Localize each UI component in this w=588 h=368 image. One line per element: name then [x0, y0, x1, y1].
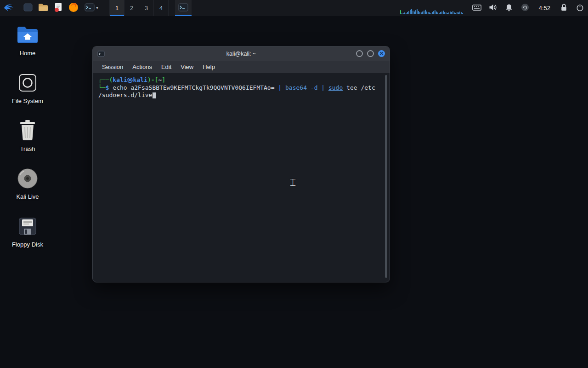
menu-actions[interactable]: Actions	[128, 62, 157, 72]
terminal-text-segment: |	[321, 84, 328, 91]
launcher-terminal[interactable]: ▾	[81, 0, 102, 16]
menu-help[interactable]: Help	[198, 62, 220, 72]
window-terminal-icon	[97, 51, 105, 57]
cpu-graph-bar	[415, 10, 416, 14]
status-circle-icon	[521, 3, 529, 13]
window-buttons	[175, 0, 192, 16]
launcher-files-app[interactable]	[20, 0, 35, 16]
cpu-graph-bar	[418, 11, 419, 14]
cpu-graph-bar	[457, 12, 458, 14]
terminal-scrollbar[interactable]	[385, 75, 387, 278]
launcher-firefox[interactable]	[66, 0, 81, 16]
terminal-line: └─$ echo a2FsaSBBTEw9KEFMTCkgTk9QQVNTV0Q…	[98, 84, 384, 92]
cpu-graph-bar	[444, 12, 445, 14]
terminal-menubar: Session Actions Edit View Help	[93, 61, 390, 73]
desktop-icon-floppy[interactable]: Floppy Disk	[6, 215, 50, 248]
chevron-down-icon: ▾	[96, 6, 98, 10]
text-editor-icon	[54, 2, 63, 14]
terminal-text-segment: |	[278, 84, 285, 91]
applications-menu-button[interactable]	[0, 0, 18, 16]
workspace-1[interactable]: 1	[110, 0, 124, 16]
terminal-text-segment: ┌──(	[98, 76, 113, 83]
launcher-file-manager[interactable]	[35, 0, 51, 16]
terminal-line: ┌──(kali㉿kali)-[~]	[98, 76, 384, 84]
close-button[interactable]: ✕	[378, 50, 385, 57]
terminal-text-segment: tee	[346, 84, 357, 91]
launcher-text-editor[interactable]	[51, 0, 66, 16]
folder-icon	[38, 3, 48, 13]
files-app-icon	[23, 2, 33, 14]
bell-icon	[505, 4, 513, 13]
cpu-graph-bar	[428, 12, 429, 14]
workspace-4[interactable]: 4	[154, 0, 169, 16]
terminal-text-segment: )-[	[147, 76, 158, 83]
volume-button[interactable]	[485, 0, 501, 16]
terminal-output-area[interactable]: ┌──(kali㉿kali)-[~]└─$ echo a2FsaSBBTEw9K…	[93, 73, 390, 282]
keyboard-layout-button[interactable]	[469, 0, 485, 16]
cpu-graph-bar	[446, 12, 447, 14]
cpu-graph-bar	[459, 12, 460, 14]
cpu-graph-bar	[424, 11, 424, 14]
trash-can-icon	[19, 120, 36, 142]
menu-session[interactable]: Session	[97, 62, 128, 72]
status-indicator-button[interactable]	[517, 0, 533, 16]
cpu-graph-bar	[433, 11, 434, 14]
clock[interactable]: 4:52	[533, 0, 556, 16]
workspace-3[interactable]: 3	[139, 0, 154, 16]
window-title: kali@kali: ~	[93, 51, 390, 57]
cpu-graph-bar	[417, 9, 418, 14]
desktop-icon-label: File System	[12, 98, 43, 104]
terminal-icon	[85, 3, 95, 13]
cpu-graph-bar	[458, 12, 459, 14]
minimize-button[interactable]	[356, 50, 363, 57]
lock-icon	[560, 3, 567, 13]
firefox-icon	[68, 2, 79, 14]
cpu-graph-bar	[447, 13, 448, 14]
screen-lock-button[interactable]	[556, 0, 572, 16]
cpu-graph-bar	[426, 12, 427, 14]
floppy-disk-icon	[18, 215, 37, 237]
notifications-button[interactable]	[501, 0, 517, 16]
desktop-icon-label: Home	[20, 50, 36, 57]
power-button[interactable]	[572, 0, 588, 16]
cpu-graph-bar	[450, 12, 451, 14]
speaker-icon	[489, 4, 498, 12]
cpu-graph-bar	[403, 13, 404, 14]
terminal-text-segment: base64	[285, 84, 307, 91]
workspace-switcher: 1 2 3 4	[109, 0, 169, 16]
cpu-graph-bar	[413, 11, 413, 14]
terminal-icon	[178, 3, 188, 13]
terminal-text-segment: kali㉿kali	[113, 76, 147, 83]
cpu-graph-widget[interactable]	[399, 0, 464, 16]
cpu-graph-bar	[452, 11, 453, 14]
desktop-icon-home[interactable]: Home	[6, 24, 50, 57]
terminal-text-segment: /sudoers.d/live	[98, 92, 152, 98]
terminal-text-segment	[343, 84, 346, 91]
menu-view[interactable]: View	[176, 62, 198, 72]
task-button-terminal[interactable]	[175, 0, 192, 16]
menu-edit[interactable]: Edit	[157, 62, 176, 72]
optical-disc-icon	[17, 167, 38, 190]
cpu-graph-bar	[425, 10, 426, 14]
cpu-graph-bar	[437, 12, 438, 14]
window-titlebar[interactable]: kali@kali: ~ ✕	[93, 46, 390, 61]
desktop-icon-kali-live[interactable]: Kali Live	[6, 167, 50, 200]
terminal-text-segment: a2FsaSBBTEw9KEFMTCkgTk9QQVNTV0Q6IEFMTAo=	[127, 84, 278, 91]
cpu-graph-bar	[432, 12, 433, 14]
terminal-text-segment: echo	[113, 84, 127, 91]
terminal-text-segment: sudo	[328, 84, 343, 91]
workspace-2[interactable]: 2	[124, 0, 139, 16]
cpu-graph-bar	[407, 12, 408, 14]
cpu-graph-bar	[451, 12, 452, 14]
cpu-graph-bar	[454, 12, 455, 14]
desktop-icon-file-system[interactable]: File System	[6, 72, 50, 104]
desktop-icon-label: Kali Live	[16, 193, 39, 200]
kali-logo-icon	[3, 1, 15, 15]
terminal-text-segment: ]	[162, 76, 165, 83]
cpu-graph-bar	[462, 13, 463, 14]
maximize-button[interactable]	[367, 50, 374, 57]
cpu-graph-bar	[441, 12, 442, 14]
window-controls: ✕	[356, 50, 385, 57]
desktop-icon-trash[interactable]: Trash	[6, 120, 50, 152]
cpu-graph-bar	[410, 10, 411, 14]
